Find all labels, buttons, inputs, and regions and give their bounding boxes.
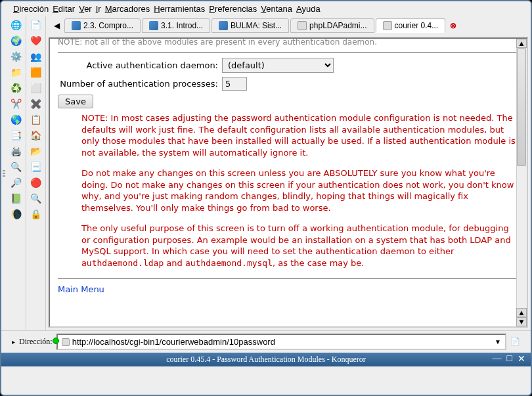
label-auth-daemon: Active authentication daemon: xyxy=(58,60,218,70)
dropdown-icon[interactable]: ▼ xyxy=(495,338,501,345)
tab-3[interactable]: phpLDAPadmi... xyxy=(290,18,374,33)
web-icon xyxy=(149,21,158,30)
menu-direccion[interactable]: Dirección xyxy=(13,4,49,14)
save-button[interactable]: Save xyxy=(58,95,93,108)
new-tab-icon[interactable]: 📄 xyxy=(29,18,43,32)
users-icon[interactable]: 👥 xyxy=(29,49,43,64)
menu-preferencias[interactable]: Preferencias xyxy=(209,4,257,14)
scroll-up-arrow[interactable]: ▲ xyxy=(516,39,527,48)
bookmark-add-icon[interactable]: 📗 xyxy=(9,191,24,206)
left-toolbar-1: 🌐 🌍 ⚙️ 📁 ♻️ ✂️ 🌎 📑 🖨️ 🔍 🔎 📗 🌘 xyxy=(7,16,26,330)
scroll-down-arrow[interactable]: ▼ xyxy=(516,317,527,326)
globe-sparkle-icon[interactable]: 🌐 xyxy=(9,18,24,32)
web-icon xyxy=(219,21,228,30)
app-icon[interactable]: 🟧 xyxy=(29,65,43,79)
web-icon xyxy=(72,21,81,30)
gear-icon[interactable]: ⚙️ xyxy=(9,49,24,64)
close-icon[interactable]: ✖️ xyxy=(29,97,43,111)
tab-0[interactable]: 2.3. Compro... xyxy=(64,18,141,33)
window-title: courier 0.45.4 - Password Authentication… xyxy=(166,355,366,364)
tab-label: 2.3. Compro... xyxy=(83,21,133,30)
page-icon xyxy=(383,21,392,30)
menu-editar[interactable]: Editar xyxy=(53,4,75,14)
tab-label: phpLDAPadmi... xyxy=(309,21,366,30)
address-label: Dirección: xyxy=(19,337,53,347)
titlebar: courier 0.45.4 - Password Authentication… xyxy=(1,353,531,366)
warning-para-2: Do not make any changes on this screen u… xyxy=(81,167,519,213)
copy-icon[interactable]: 📋 xyxy=(29,112,43,127)
tab-nav-left[interactable]: ◀ xyxy=(49,18,64,33)
security-icon[interactable]: 🔒 xyxy=(29,207,43,221)
heart-icon[interactable]: ❤️ xyxy=(29,33,43,48)
go-button-icon[interactable]: 📄 xyxy=(510,337,520,347)
page-content: NOTE: not all of the above modules are p… xyxy=(49,37,528,328)
collapse-icon[interactable]: ▸ xyxy=(12,338,15,345)
eclipse-icon[interactable]: 🌘 xyxy=(9,207,24,221)
close-window-button[interactable]: ✕ xyxy=(518,353,525,364)
zoom-out-icon[interactable]: 🔎 xyxy=(9,175,24,190)
document-icon[interactable]: 📃 xyxy=(29,160,43,174)
cut-icon[interactable]: ✂️ xyxy=(9,97,24,111)
left-toolbar-2: 📄 ❤️ 👥 🟧 ⬜ ✖️ 📋 🏠 📂 📃 🔴 🔍 🔒 xyxy=(26,16,46,330)
menu-ver[interactable]: Ver xyxy=(79,4,92,14)
stop-icon[interactable]: 🔴 xyxy=(29,175,43,190)
select-auth-daemon[interactable]: (default) xyxy=(222,58,334,73)
status-led xyxy=(53,337,62,347)
menu-ventana[interactable]: Ventana xyxy=(261,4,292,14)
warning-para-1: NOTE: In most cases adjusting the passwo… xyxy=(81,112,519,158)
minimize-button[interactable]: — xyxy=(493,353,502,364)
zoom-in-icon[interactable]: 🔍 xyxy=(29,191,43,206)
scroll-thumb[interactable] xyxy=(517,48,526,166)
multi-sheets-icon[interactable]: 📑 xyxy=(9,128,24,143)
input-auth-processes[interactable] xyxy=(222,77,247,91)
vertical-scrollbar[interactable]: ▲ ▲ ▼ xyxy=(516,39,527,326)
address-url-text: http://localhost/cgi-bin1/courierwebadmi… xyxy=(72,337,492,347)
tab-label: 3.1. Introd... xyxy=(161,21,203,30)
tab-1[interactable]: 3.1. Introd... xyxy=(142,18,210,33)
menu-herramientas[interactable]: Herramientas xyxy=(154,4,205,14)
folder-icon[interactable]: 📁 xyxy=(9,65,24,79)
search-icon[interactable]: 🔍 xyxy=(9,160,24,174)
home-icon[interactable]: 🏠 xyxy=(29,128,43,143)
divider xyxy=(58,52,519,53)
menu-ayuda[interactable]: Ayuda xyxy=(296,4,321,14)
blank-icon[interactable]: ⬜ xyxy=(29,81,43,95)
folder-red-icon[interactable]: 📂 xyxy=(29,144,43,158)
menu-ir[interactable]: Ir xyxy=(96,4,101,14)
maximize-button[interactable]: □ xyxy=(507,353,512,364)
tab-label: BULMA: Sist... xyxy=(231,21,282,30)
warning-para-3: The only useful purpose of this screen i… xyxy=(81,223,519,269)
scroll-up-arrow-2[interactable]: ▲ xyxy=(516,308,527,317)
main-menu-link[interactable]: Main Menu xyxy=(58,284,104,294)
globe-nav-icon[interactable]: 🌍 xyxy=(9,33,24,48)
cutoff-note: NOTE: not all of the above modules are p… xyxy=(58,37,519,47)
printer-icon[interactable]: 🖨️ xyxy=(9,144,24,158)
page-icon xyxy=(62,338,70,346)
menu-marcadores[interactable]: Marcadores xyxy=(105,4,150,14)
tab-2[interactable]: BULMA: Sist... xyxy=(211,18,289,33)
page-icon xyxy=(298,21,307,30)
toolbar-grip[interactable] xyxy=(1,16,7,330)
divider xyxy=(58,278,519,279)
address-input[interactable]: http://localhost/cgi-bin1/courierwebadmi… xyxy=(56,334,506,350)
recycle-icon[interactable]: ♻️ xyxy=(9,81,24,95)
earth-icon[interactable]: 🌎 xyxy=(9,112,24,127)
tab-label: courier 0.4... xyxy=(395,21,439,30)
label-auth-processes: Number of authentication processes: xyxy=(58,79,218,89)
tab-4-active[interactable]: courier 0.4... xyxy=(376,18,446,33)
tab-close-button[interactable]: ⊗ xyxy=(447,19,460,32)
